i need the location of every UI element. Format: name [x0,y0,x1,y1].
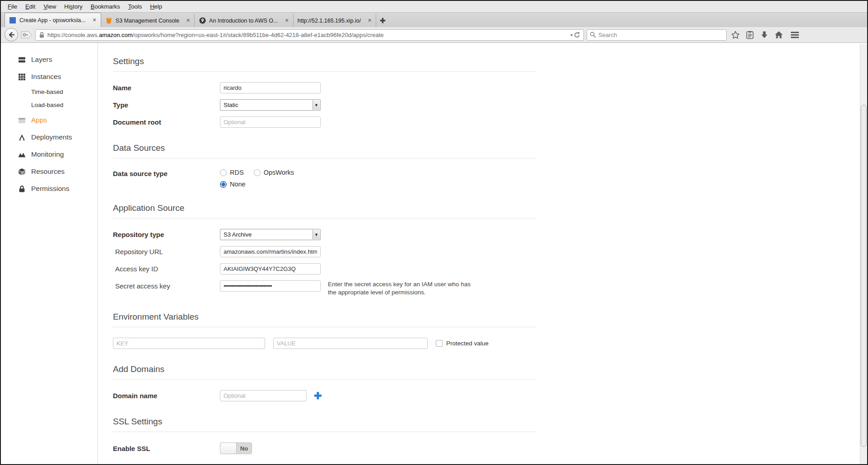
s3-bucket-favicon [105,17,112,24]
new-tab-button[interactable]: ✚ [376,14,389,27]
select-arrow-icon: ▼ [313,230,320,239]
tab-title: http://52.1.165.195.xip.io/ [298,18,361,24]
env-value-input[interactable] [273,338,428,349]
menu-help[interactable]: Help [146,2,166,11]
search-input[interactable] [598,32,723,38]
radio-rds[interactable] [220,169,227,176]
permissions-icon [18,185,26,193]
sidebar-item-monitoring[interactable]: Monitoring [1,146,98,163]
sidebar-item-deployments[interactable]: Deployments [1,129,98,146]
tab-bar: Create App - opsworksla...✕S3 Management… [1,12,867,27]
create-app-form: Settings Name Type Static ▼ [98,43,867,464]
protected-value-checkbox[interactable] [436,340,443,347]
sidebar-item-time-based[interactable]: Time-based [1,85,98,98]
radio-opsworks[interactable] [254,169,261,176]
site-identity-key-icon[interactable] [21,30,33,39]
sidebar-item-layers[interactable]: Layers [1,51,98,68]
domain-name-input[interactable] [220,390,307,401]
domain-name-label: Domain name [113,392,220,400]
tab-s3-management-console[interactable]: S3 Management Console✕ [101,14,195,27]
access-key-id-label: Access key ID [113,265,220,273]
repository-url-input[interactable] [220,246,321,257]
apps-icon [18,116,26,124]
tab-http-52-1-165-195-xip-io[interactable]: http://52.1.165.195.xip.io/✕ [294,14,377,27]
instances-icon [18,73,26,81]
url-dropdown-icon[interactable]: ▾ [570,33,573,37]
map-pin-favicon [199,17,206,24]
type-label: Type [113,101,220,109]
protected-value-label: Protected value [446,340,489,347]
enable-ssl-toggle[interactable]: No [220,442,252,454]
radio-rds-label: RDS [230,169,244,176]
data-source-type-label: Data source type [113,169,220,177]
opsworks-sidebar: LayersInstancesTime-basedLoad-basedAppsD… [1,43,98,464]
name-label: Name [113,84,220,92]
tab-create-app-opsworksla[interactable]: Create App - opsworksla...✕ [5,13,101,27]
monitoring-icon [18,151,26,158]
divider [113,432,536,432]
bookmarks-menu-icon[interactable] [744,29,756,41]
menu-tools[interactable]: Tools [124,2,146,11]
lock-icon [39,32,45,38]
sidebar-item-label: Resources [31,167,65,176]
menu-bookmarks[interactable]: Bookmarks [87,2,124,11]
sidebar-item-apps[interactable]: Apps [1,112,98,129]
type-select[interactable]: Static ▼ [220,99,321,111]
sidebar-item-load-based[interactable]: Load-based [1,98,98,112]
deployments-icon [18,134,26,141]
enable-ssl-toggle-state: No [237,445,252,452]
resources-icon [18,168,26,176]
sidebar-item-instances[interactable]: Instances [1,68,98,85]
document-root-input[interactable] [220,116,321,128]
radio-opsworks-label: OpsWorks [264,169,294,176]
sidebar-item-label: Deployments [31,133,72,141]
scrollbar-thumb[interactable] [861,105,867,447]
secret-access-key-input[interactable] [220,280,321,292]
downloads-icon[interactable] [758,29,770,41]
reload-icon[interactable] [574,32,580,38]
repository-type-label: Repository type [113,231,220,238]
add-domain-plus-icon[interactable]: ✚ [314,391,322,400]
menu-edit[interactable]: Edit [21,2,39,11]
sidebar-item-resources[interactable]: Resources [1,163,98,180]
browser-window: FileEditViewHistoryBookmarksToolsHelp Cr… [0,0,868,465]
ssl-settings-heading: SSL Settings [113,417,536,427]
application-source-heading: Application Source [113,203,536,213]
divider [113,71,536,72]
tab-an-introduction-to-aws-o[interactable]: An Introduction to AWS O...✕ [195,14,294,27]
sidebar-item-label: Instances [31,73,61,81]
menu-view[interactable]: View [39,2,60,11]
sidebar-item-label: Time-based [31,88,63,95]
menu-history[interactable]: History [60,2,86,11]
vertical-scrollbar[interactable] [860,44,867,464]
tab-close-icon[interactable]: ✕ [285,18,289,23]
name-input[interactable] [220,82,321,93]
access-key-id-input[interactable] [220,263,321,274]
divider [113,379,536,380]
divider [113,327,536,327]
sidebar-item-label: Permissions [31,185,69,193]
repository-url-label: Repository URL [113,248,220,256]
navigation-toolbar: https://console.aws.amazon.com/opsworks/… [1,27,867,43]
back-button[interactable] [5,28,18,42]
search-box[interactable] [587,29,727,41]
radio-none[interactable] [220,181,227,188]
layers-icon [18,56,26,64]
hamburger-menu-icon[interactable] [789,29,801,41]
environment-variables-heading: Environment Variables [113,312,536,322]
bookmark-star-icon[interactable] [729,29,741,41]
settings-heading: Settings [113,56,536,66]
tab-close-icon[interactable]: ✕ [368,18,372,23]
tab-title: S3 Management Console [116,18,179,24]
env-key-input[interactable] [113,338,265,349]
sidebar-item-label: Apps [31,116,47,124]
tab-close-icon[interactable]: ✕ [186,18,190,23]
repository-type-select[interactable]: S3 Archive ▼ [220,229,321,240]
tab-close-icon[interactable]: ✕ [93,17,97,23]
sidebar-item-label: Layers [31,56,52,64]
sidebar-item-permissions[interactable]: Permissions [1,180,98,197]
url-bar[interactable]: https://console.aws.amazon.com/opsworks/… [35,29,584,41]
home-icon[interactable] [773,29,784,41]
document-root-label: Document root [113,118,220,126]
menu-file[interactable]: File [4,2,21,11]
